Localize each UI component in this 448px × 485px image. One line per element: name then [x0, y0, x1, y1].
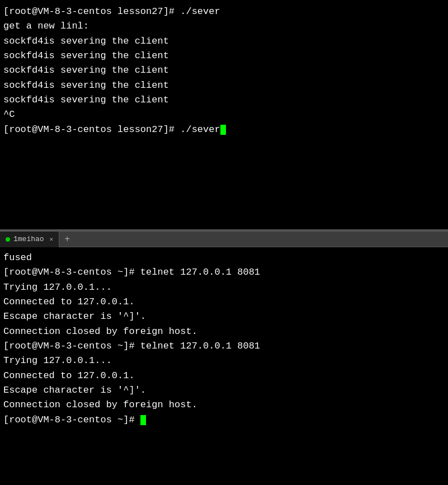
tab-add-button[interactable]: +	[59, 232, 75, 247]
top-line-5: sockfd4is severing the client	[3, 78, 445, 93]
top-line-2: sockfd4is severing the client	[3, 34, 445, 49]
top-line-7: ^C	[3, 107, 445, 122]
bottom-line-8: Connected to 127.0.0.1.	[3, 369, 445, 383]
tab-item-meihao[interactable]: 1meihao ✕	[0, 232, 59, 247]
bottom-line-1: [root@VM-8-3-centos ~]# telnet 127.0.0.1…	[3, 265, 445, 280]
bottom-line-11: [root@VM-8-3-centos ~]#	[3, 413, 445, 427]
bottom-line-3: Connected to 127.0.0.1.	[3, 295, 445, 309]
bottom-line-7: Trying 127.0.0.1...	[3, 354, 445, 368]
bottom-line-0: fused	[3, 251, 445, 265]
tab-label: 1meihao	[13, 235, 44, 243]
bottom-line-5: Connection closed by foreign host.	[3, 324, 445, 339]
top-line-1: get a new linl:	[3, 19, 445, 34]
bottom-line-2: Trying 127.0.0.1...	[3, 280, 445, 295]
terminal-top-pane: [root@VM-8-3-centos lesson27]# ./severge…	[0, 0, 448, 229]
bottom-line-10: Connection closed by foreign host.	[3, 398, 445, 412]
top-line-4: sockfd4is severing the client	[3, 63, 445, 78]
top-line-0: [root@VM-8-3-centos lesson27]# ./sever	[3, 4, 445, 19]
top-line-6: sockfd4is severing the client	[3, 93, 445, 107]
terminal-bottom-pane: fused[root@VM-8-3-centos ~]# telnet 127.…	[0, 247, 448, 485]
top-cursor	[220, 125, 226, 135]
tab-status-dot	[6, 237, 10, 242]
bottom-line-9: Escape character is '^]'.	[3, 383, 445, 398]
bottom-line-6: [root@VM-8-3-centos ~]# telnet 127.0.0.1…	[3, 339, 445, 354]
bottom-cursor	[140, 415, 146, 425]
terminal-bottom-wrapper: 1meihao ✕ + fused[root@VM-8-3-centos ~]#…	[0, 232, 448, 485]
top-line-8: [root@VM-8-3-centos lesson27]# ./sever	[3, 123, 445, 137]
tab-bar: 1meihao ✕ +	[0, 232, 448, 247]
bottom-line-4: Escape character is '^]'.	[3, 309, 445, 324]
top-line-3: sockfd4is severing the client	[3, 49, 445, 63]
tab-close-button[interactable]: ✕	[50, 236, 54, 243]
